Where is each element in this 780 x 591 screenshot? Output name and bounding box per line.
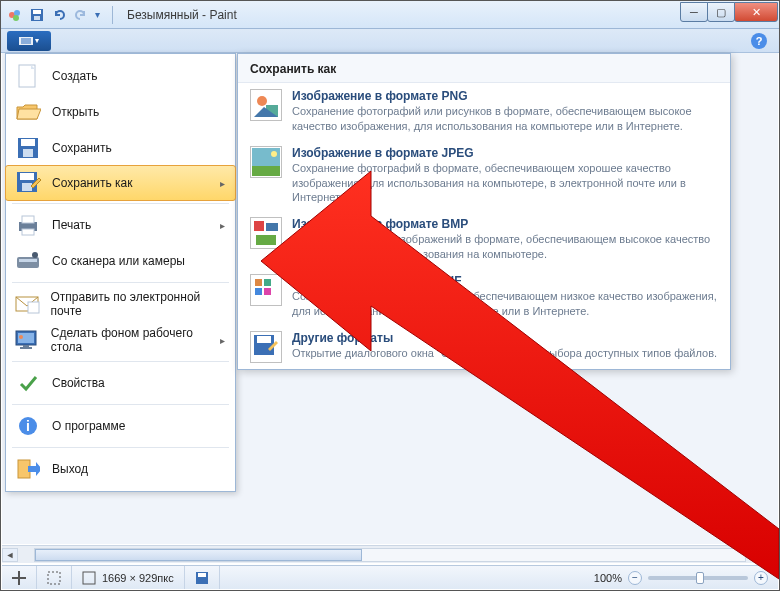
submenu-item-png[interactable]: Изображение в формате PNG Сохранение фот… [238,83,730,140]
svg-rect-17 [17,257,39,268]
scrollbar-track[interactable] [34,548,746,562]
zoom-out-button[interactable]: − [628,571,642,585]
status-bar: 1669 × 929пкс 100% − + [2,565,778,589]
close-button[interactable]: ✕ [734,2,778,22]
menu-separator [12,447,229,448]
menu-item-new[interactable]: Создать [6,58,235,94]
disk-icon [195,571,209,585]
file-menu: Создать Открыть Сохранить Сохранить как … [5,53,236,492]
menu-separator [12,282,229,283]
submenu-item-bmp[interactable]: Изображение в формате BMP Сохранение люб… [238,211,730,268]
menu-item-label: Отправить по электронной почте [51,290,225,318]
menu-item-scanner[interactable]: Со сканера или камеры [6,243,235,279]
minimize-button[interactable]: ─ [680,2,708,22]
submenu-item-title: Изображение в формате BMP [292,217,718,231]
menu-item-label: Открыть [52,105,99,119]
submenu-item-desc: Открытие диалогового окна "Сохранить как… [292,346,717,361]
submenu-item-jpeg[interactable]: Изображение в формате JPEG Сохранение фо… [238,140,730,212]
chevron-down-icon: ▾ [35,36,39,45]
submenu-item-title: Изображение в формате JPEG [292,146,718,160]
maximize-button[interactable]: ▢ [707,2,735,22]
window-controls: ─ ▢ ✕ [681,2,778,22]
jpeg-icon [250,146,282,178]
menu-item-email[interactable]: Отправить по электронной почте [6,286,235,322]
chevron-right-icon: ▸ [220,220,225,231]
zoom-slider[interactable] [648,576,748,580]
menu-item-label: Сохранить как [52,176,132,190]
size-icon [82,571,96,585]
help-icon[interactable]: ? [751,33,767,49]
undo-icon[interactable] [51,7,67,23]
svg-rect-5 [34,16,40,20]
menu-item-exit[interactable]: Выход [6,451,235,487]
svg-rect-21 [28,302,39,313]
svg-rect-43 [255,288,262,295]
zoom-slider-knob[interactable] [696,572,704,584]
svg-rect-24 [23,345,29,347]
quick-access-toolbar: ▾ [7,6,119,24]
menu-separator [12,203,229,204]
chevron-right-icon: ▸ [220,178,225,189]
menu-item-label: О программе [52,419,125,433]
email-icon [14,290,41,318]
svg-rect-16 [22,229,34,235]
redo-icon[interactable] [73,7,89,23]
crosshair-icon [12,571,26,585]
zoom-in-button[interactable]: + [754,571,768,585]
ribbon-tab-strip: ▾ ? [1,29,779,53]
save-as-dialog-icon [250,331,282,363]
submenu-item-other[interactable]: Другие форматы Открытие диалогового окна… [238,325,730,369]
svg-rect-34 [252,166,280,176]
status-file-size [185,566,220,589]
scroll-left-button[interactable]: ◄ [2,548,18,562]
svg-rect-48 [83,572,95,584]
zoom-percent: 100% [594,572,622,584]
save-as-submenu: Сохранить как Изображение в формате PNG … [237,53,731,370]
submenu-item-title: Изображение в формате PNG [292,89,718,103]
submenu-item-title: Другие форматы [292,331,717,345]
svg-rect-9 [21,139,35,146]
save-as-icon [14,169,42,197]
svg-rect-44 [264,288,271,295]
svg-rect-42 [264,279,271,286]
scrollbar-thumb[interactable] [35,549,362,561]
save-icon[interactable] [29,7,45,23]
menu-item-set-wallpaper[interactable]: Сделать фоном рабочего стола ▸ [6,322,235,358]
menu-item-label: Свойства [52,376,105,390]
svg-rect-4 [33,10,41,14]
zoom-controls: 100% − + [584,566,778,589]
menu-item-label: Выход [52,462,88,476]
checkmark-icon [14,369,42,397]
menu-item-properties[interactable]: Свойства [6,365,235,401]
scroll-right-button[interactable]: ► [762,548,778,562]
desktop-icon [14,326,41,354]
svg-rect-12 [20,173,34,180]
menu-item-print[interactable]: Печать ▸ [6,207,235,243]
save-icon [14,134,42,162]
menu-item-open[interactable]: Открыть [6,94,235,130]
horizontal-scrollbar[interactable]: ◄ ► [2,545,778,563]
svg-rect-41 [255,279,262,286]
submenu-item-desc: Сохранение фотографий или рисунков в фор… [292,104,718,134]
menu-item-save-as[interactable]: Сохранить как ▸ [5,165,236,201]
svg-rect-39 [256,235,276,245]
svg-point-19 [32,252,38,258]
submenu-header: Сохранить как [238,54,730,83]
menu-separator [12,361,229,362]
menu-item-label: Со сканера или камеры [52,254,185,268]
menu-item-about[interactable]: i О программе [6,408,235,444]
status-selection [37,566,72,589]
submenu-item-gif[interactable]: Изображение в формате GIF Сохранение рис… [238,268,730,325]
svg-point-26 [19,335,23,339]
svg-rect-15 [22,216,34,223]
svg-point-31 [257,96,267,106]
submenu-item-desc: Сохранение любых изображений в формате, … [292,232,718,262]
qat-customize-icon[interactable]: ▾ [95,9,100,20]
svg-rect-37 [254,221,264,231]
svg-rect-13 [22,183,32,191]
bmp-icon [250,217,282,249]
menu-item-label: Печать [52,218,91,232]
gif-icon [250,274,282,306]
menu-item-save[interactable]: Сохранить [6,130,235,166]
file-tab[interactable]: ▾ [7,31,51,51]
